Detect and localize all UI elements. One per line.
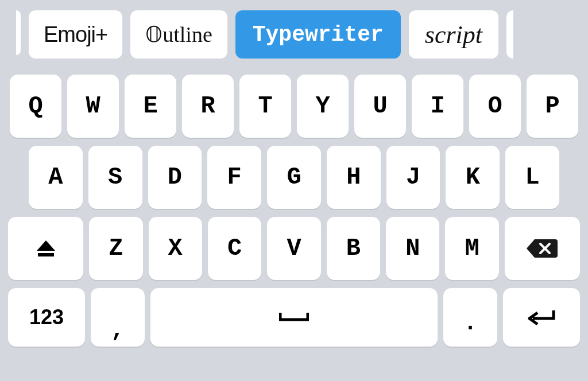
backspace-icon bbox=[527, 237, 558, 260]
key-k[interactable]: K bbox=[446, 146, 500, 209]
key-w[interactable]: W bbox=[67, 75, 119, 138]
key-t[interactable]: T bbox=[239, 75, 291, 138]
key-row-2: A S D F G H J K L bbox=[8, 146, 580, 209]
key-r[interactable]: R bbox=[182, 75, 234, 138]
key-x[interactable]: X bbox=[149, 217, 202, 280]
key-m[interactable]: M bbox=[445, 217, 498, 280]
key-p[interactable]: P bbox=[527, 75, 578, 138]
period-glyph: . bbox=[463, 310, 477, 336]
key-y[interactable]: Y bbox=[297, 75, 349, 138]
enter-icon bbox=[527, 308, 556, 326]
key-l[interactable]: L bbox=[505, 146, 559, 209]
tab-partial-left[interactable] bbox=[16, 10, 21, 55]
font-tab-emoji[interactable]: Emoji+ bbox=[29, 10, 122, 59]
key-space[interactable] bbox=[150, 288, 438, 347]
comma-glyph: , bbox=[111, 317, 125, 343]
key-h[interactable]: H bbox=[327, 146, 381, 209]
key-g[interactable]: G bbox=[267, 146, 321, 209]
key-j[interactable]: J bbox=[386, 146, 440, 209]
key-enter[interactable] bbox=[503, 288, 580, 347]
font-tab-outline[interactable]: 𝕆utline bbox=[130, 10, 227, 59]
key-row-1: Q W E R T Y U I O P bbox=[8, 75, 580, 138]
key-v[interactable]: V bbox=[267, 217, 320, 280]
font-style-tabs: Emoji+ 𝕆utline Typewriter script bbox=[0, 0, 588, 70]
font-tab-typewriter[interactable]: Typewriter bbox=[235, 10, 401, 59]
key-a[interactable]: A bbox=[29, 146, 83, 209]
key-i[interactable]: I bbox=[412, 75, 463, 138]
space-icon bbox=[279, 312, 309, 323]
keyboard: Q W E R T Y U I O P A S D F G H J K L Z … bbox=[0, 70, 588, 355]
key-numeric-switch[interactable]: 123 bbox=[8, 288, 85, 347]
font-tab-script[interactable]: script bbox=[409, 10, 498, 59]
shift-icon bbox=[37, 240, 55, 256]
key-backspace[interactable] bbox=[505, 217, 580, 280]
key-z[interactable]: Z bbox=[89, 217, 142, 280]
key-f[interactable]: F bbox=[207, 146, 261, 209]
key-d[interactable]: D bbox=[148, 146, 202, 209]
key-b[interactable]: B bbox=[327, 217, 380, 280]
key-n[interactable]: N bbox=[386, 217, 439, 280]
key-row-3: Z X C V B N M bbox=[8, 217, 580, 280]
key-e[interactable]: E bbox=[125, 75, 176, 138]
key-s[interactable]: S bbox=[88, 146, 142, 209]
key-u[interactable]: U bbox=[354, 75, 406, 138]
key-c[interactable]: C bbox=[208, 217, 261, 280]
key-row-4: 123 , . bbox=[8, 288, 580, 347]
key-o[interactable]: O bbox=[469, 75, 521, 138]
key-period[interactable]: . bbox=[443, 288, 497, 347]
key-comma[interactable]: , bbox=[91, 288, 145, 347]
key-q[interactable]: Q bbox=[10, 75, 61, 138]
key-shift[interactable] bbox=[8, 217, 83, 280]
tab-partial-right[interactable] bbox=[506, 10, 513, 59]
